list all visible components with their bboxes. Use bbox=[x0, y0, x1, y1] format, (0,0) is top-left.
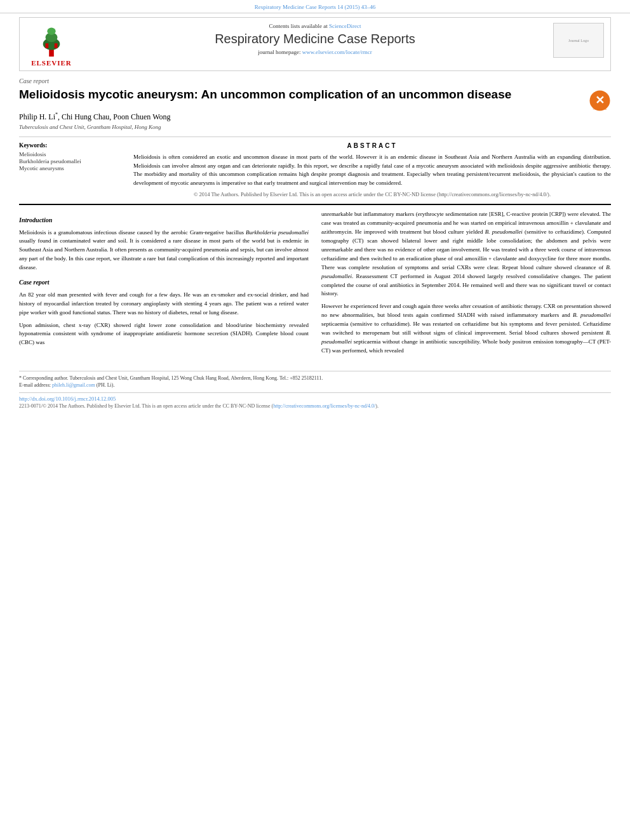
bottom-copyright-link[interactable]: http://creativecommons.org/licenses/by-n… bbox=[273, 403, 375, 409]
keyword-1: Melioidosis bbox=[19, 151, 121, 157]
bottom-copyright-text: 2213-0071/© 2014 The Authors. Published … bbox=[19, 403, 273, 409]
keyword-3: Mycotic aneurysms bbox=[19, 165, 121, 171]
case-report-title: Case report bbox=[19, 277, 309, 288]
sciencedirect-link[interactable]: ScienceDirect bbox=[329, 23, 361, 29]
footnote-area: * Corresponding author. Tuberculosis and… bbox=[19, 371, 611, 389]
sciencedirect-line: Contents lists available at ScienceDirec… bbox=[83, 23, 547, 29]
body-left-col: Introduction Melioidosis is a granulomat… bbox=[19, 210, 309, 359]
right-col-p1: unremarkable but inflammatory markers (e… bbox=[321, 210, 611, 298]
keyword-2: Burkholderia pseudomallei bbox=[19, 158, 121, 164]
svg-rect-4 bbox=[46, 43, 49, 48]
svg-text:CrossMark: CrossMark bbox=[593, 107, 607, 110]
footnote-email-suffix: (PH. Li). bbox=[97, 382, 115, 388]
abstract-text: Melioidosis is often considered an exoti… bbox=[133, 153, 611, 187]
right-col-p2: However he experienced fever and cough a… bbox=[321, 302, 611, 356]
journal-topline: Respiratory Medicine Case Reports 14 (20… bbox=[0, 0, 630, 13]
bottom-bar: http://dx.doi.org/10.1016/j.rmcr.2014.12… bbox=[19, 392, 611, 409]
introduction-paragraph: Melioidosis is a granulomatous infectiou… bbox=[19, 229, 309, 273]
bottom-copyright: 2213-0071/© 2014 The Authors. Published … bbox=[19, 403, 611, 409]
article-type: Case report bbox=[19, 77, 611, 84]
journal-right-logo: Journal Logo bbox=[553, 23, 604, 58]
keywords-column: Keywords: Melioidosis Burkholderia pseud… bbox=[19, 142, 121, 197]
journal-header-center: Contents lists available at ScienceDirec… bbox=[77, 23, 553, 55]
svg-text:✕: ✕ bbox=[595, 94, 605, 107]
body-divider bbox=[19, 204, 611, 205]
therapy-word: therapy bbox=[524, 303, 540, 309]
abstract-column: ABSTRACT Melioidosis is often considered… bbox=[133, 142, 611, 197]
body-columns: Introduction Melioidosis is a granulomat… bbox=[19, 210, 611, 359]
homepage-link[interactable]: www.elsevier.com/locate/rmcr bbox=[302, 49, 372, 55]
divider-1 bbox=[19, 137, 611, 137]
main-content: Case report Melioidosis mycotic aneurysm… bbox=[19, 71, 611, 366]
abstract-copyright-text: © 2014 The Authors. Published by Elsevie… bbox=[194, 191, 551, 197]
abstract-title: ABSTRACT bbox=[133, 142, 611, 149]
authors: Philip H. Li*, Chi Hung Chau, Poon Chuen… bbox=[19, 112, 611, 122]
abstract-section: Keywords: Melioidosis Burkholderia pseud… bbox=[19, 142, 611, 197]
doi-link[interactable]: http://dx.doi.org/10.1016/j.rmcr.2014.12… bbox=[19, 396, 116, 402]
footnote-email-link[interactable]: phileh.li@gmail.com bbox=[52, 382, 95, 388]
footnote-email-label: E-mail address: bbox=[19, 382, 51, 388]
case-report-p2: Upon admission, chest x-ray (CXR) showed… bbox=[19, 321, 309, 348]
journal-homepage: journal homepage: www.elsevier.com/locat… bbox=[83, 49, 547, 55]
introduction-title: Introduction bbox=[19, 215, 309, 225]
elsevier-brand-text: ELSEVIER bbox=[31, 59, 72, 67]
svg-rect-5 bbox=[55, 43, 58, 48]
journal-title: Respiratory Medicine Case Reports bbox=[83, 32, 547, 46]
case-report-p1: An 82 year old man presented with fever … bbox=[19, 291, 309, 317]
footnote-corresponding: * Corresponding author. Tuberculosis and… bbox=[19, 375, 323, 381]
title-row: Melioidosis mycotic aneurysm: An uncommo… bbox=[19, 87, 611, 112]
affiliation: Tuberculosis and Chest Unit, Grantham Ho… bbox=[19, 124, 611, 130]
svg-point-3 bbox=[47, 28, 55, 35]
article-title: Melioidosis mycotic aneurysm: An uncommo… bbox=[19, 87, 511, 103]
footnote-text: * Corresponding author. Tuberculosis and… bbox=[19, 375, 611, 389]
keywords-label: Keywords: bbox=[19, 142, 121, 149]
elsevier-tree-icon bbox=[32, 23, 70, 58]
crossmark-icon[interactable]: ✕ CrossMark bbox=[589, 90, 611, 112]
bottom-copyright-end: ). bbox=[375, 403, 379, 409]
body-right-col: unremarkable but inflammatory markers (e… bbox=[321, 210, 611, 359]
abstract-copyright: © 2014 The Authors. Published by Elsevie… bbox=[133, 191, 611, 197]
journal-header: ELSEVIER Contents lists available at Sci… bbox=[19, 17, 611, 71]
elsevier-logo: ELSEVIER bbox=[26, 23, 77, 67]
